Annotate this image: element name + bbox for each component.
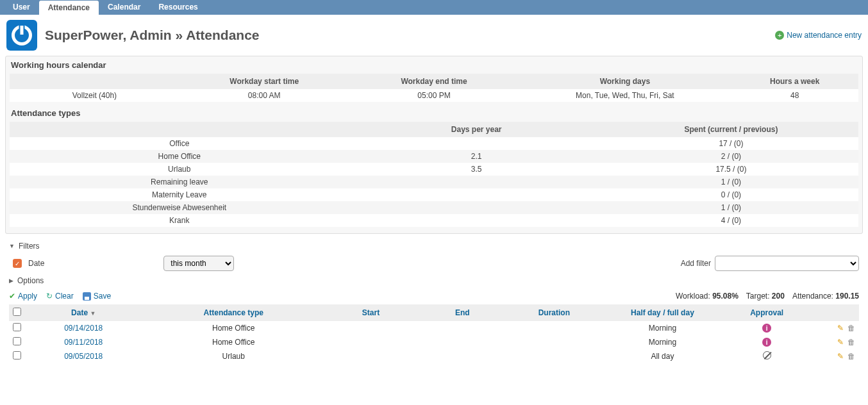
filters-label: Filters bbox=[19, 242, 40, 251]
table-row: 09/14/2018Home OfficeMorningi✎🗑 bbox=[9, 321, 859, 335]
header-bar: SuperPower, Admin » Attendance + New att… bbox=[0, 15, 868, 56]
delete-icon[interactable]: 🗑 bbox=[847, 338, 855, 347]
tab-resources[interactable]: Resources bbox=[149, 0, 206, 15]
table-cell bbox=[508, 335, 600, 349]
table-row: 09/11/2018Home OfficeMorningi✎🗑 bbox=[9, 335, 859, 349]
filter-date-row: ✓ Date this month Add filter bbox=[0, 253, 868, 274]
at-col-dpy: Days per year bbox=[349, 122, 604, 137]
table-cell bbox=[508, 321, 600, 335]
apply-label: Apply bbox=[18, 292, 37, 301]
date-filter-select[interactable]: this month bbox=[163, 256, 234, 271]
table-cell: 1 / (0) bbox=[604, 176, 858, 188]
row-date-link[interactable]: 09/11/2018 bbox=[25, 335, 142, 349]
table-cell: 4 / (0) bbox=[604, 214, 858, 227]
info-icon: i bbox=[762, 338, 771, 347]
table-cell: 1 / (0) bbox=[604, 201, 858, 214]
check-icon: ✔ bbox=[9, 292, 15, 301]
refresh-icon: ↻ bbox=[46, 292, 53, 301]
clear-link[interactable]: ↻ Clear bbox=[46, 292, 74, 301]
workload-value: 95.08% bbox=[712, 292, 739, 301]
approval-cell: i bbox=[725, 321, 809, 335]
add-filter: Add filter bbox=[681, 256, 859, 271]
table-row: Maternity Leave0 / (0) bbox=[10, 188, 858, 201]
options-toggle[interactable]: ▶ Options bbox=[0, 274, 868, 288]
entries-table: Date ▼ Attendance type Start End Duratio… bbox=[9, 304, 859, 363]
table-cell bbox=[417, 321, 508, 335]
plus-icon: + bbox=[775, 31, 784, 40]
edit-icon[interactable]: ✎ bbox=[837, 324, 844, 333]
at-col-spent: Spent (current / previous) bbox=[604, 122, 858, 137]
tab-attendance[interactable]: Attendance bbox=[39, 1, 99, 15]
col-duration[interactable]: Duration bbox=[508, 304, 600, 321]
delete-icon[interactable]: 🗑 bbox=[847, 324, 855, 333]
col-halfday[interactable]: Half day / full day bbox=[600, 304, 725, 321]
info-icon: i bbox=[762, 324, 771, 333]
apply-link[interactable]: ✔ Apply bbox=[9, 292, 37, 301]
table-cell: 3.5 bbox=[349, 163, 604, 176]
workload-label: Workload: bbox=[676, 292, 710, 301]
row-checkbox[interactable] bbox=[13, 323, 21, 331]
table-cell: Home Office bbox=[142, 321, 325, 335]
new-attendance-link[interactable]: + New attendance entry bbox=[775, 31, 862, 40]
edit-icon[interactable]: ✎ bbox=[837, 338, 844, 347]
wh-table: Workday start time Workday end time Work… bbox=[10, 74, 858, 102]
table-cell: 05:00 PM bbox=[349, 89, 519, 102]
save-link[interactable]: Save bbox=[83, 292, 111, 301]
row-checkbox[interactable] bbox=[13, 351, 21, 360]
table-cell: Office bbox=[10, 137, 349, 150]
row-checkbox[interactable] bbox=[13, 337, 21, 345]
ban-icon bbox=[763, 351, 771, 360]
col-start[interactable]: Start bbox=[325, 304, 417, 321]
table-cell: Home Office bbox=[142, 335, 325, 349]
col-checkbox[interactable] bbox=[9, 304, 25, 321]
delete-icon[interactable]: 🗑 bbox=[847, 352, 855, 361]
table-row: Urlaub3.517.5 / (0) bbox=[10, 163, 858, 176]
col-date[interactable]: Date ▼ bbox=[25, 304, 142, 321]
table-cell: Krank bbox=[10, 214, 349, 227]
table-cell: 2.1 bbox=[349, 150, 604, 163]
clear-label: Clear bbox=[55, 292, 74, 301]
wh-col-end: Workday end time bbox=[349, 74, 519, 89]
target-label: Target: bbox=[746, 292, 770, 301]
save-icon bbox=[83, 292, 91, 301]
table-cell bbox=[325, 349, 417, 363]
date-filter-checkbox[interactable]: ✓ bbox=[13, 259, 22, 268]
table-cell: Stundenweise Abwesenheit bbox=[10, 201, 349, 214]
table-cell bbox=[349, 214, 604, 227]
at-section-title: Attendance types bbox=[6, 104, 862, 122]
table-cell bbox=[325, 335, 417, 349]
table-row: Office17 / (0) bbox=[10, 137, 858, 150]
table-row: Stundenweise Abwesenheit1 / (0) bbox=[10, 201, 858, 214]
table-row: Remaining leave1 / (0) bbox=[10, 176, 858, 188]
target-value: 200 bbox=[772, 292, 785, 301]
edit-icon[interactable]: ✎ bbox=[837, 352, 844, 361]
table-row: Home Office2.12 / (0) bbox=[10, 150, 858, 163]
add-filter-select[interactable] bbox=[715, 256, 859, 271]
row-date-link[interactable]: 09/05/2018 bbox=[25, 349, 142, 363]
approval-cell bbox=[725, 349, 809, 363]
approval-cell: i bbox=[725, 335, 809, 349]
logo-icon bbox=[6, 20, 37, 51]
tab-user[interactable]: User bbox=[4, 0, 39, 15]
table-cell: 08:00 AM bbox=[179, 89, 349, 102]
table-cell: 2 / (0) bbox=[604, 150, 858, 163]
attendance-label: Attendance: bbox=[792, 292, 833, 301]
table-cell: 17.5 / (0) bbox=[604, 163, 858, 176]
tab-calendar[interactable]: Calendar bbox=[99, 0, 149, 15]
sort-down-icon: ▼ bbox=[90, 310, 96, 317]
col-type[interactable]: Attendance type bbox=[142, 304, 325, 321]
table-cell: 0 / (0) bbox=[604, 188, 858, 201]
table-cell: Mon, Tue, Wed, Thu, Fri, Sat bbox=[519, 89, 731, 102]
info-panel: Working hours calendar Workday start tim… bbox=[5, 56, 863, 234]
table-cell: All day bbox=[600, 349, 725, 363]
filters-toggle[interactable]: ▼ Filters bbox=[0, 239, 868, 253]
table-row: Krank4 / (0) bbox=[10, 214, 858, 227]
table-cell bbox=[349, 188, 604, 201]
table-cell bbox=[508, 349, 600, 363]
col-approval[interactable]: Approval bbox=[725, 304, 809, 321]
row-date-link[interactable]: 09/14/2018 bbox=[25, 321, 142, 335]
table-row: Vollzeit (40h)08:00 AM05:00 PMMon, Tue, … bbox=[10, 89, 858, 102]
at-table: Days per year Spent (current / previous)… bbox=[10, 122, 858, 227]
new-attendance-label: New attendance entry bbox=[787, 31, 862, 40]
col-end[interactable]: End bbox=[417, 304, 508, 321]
